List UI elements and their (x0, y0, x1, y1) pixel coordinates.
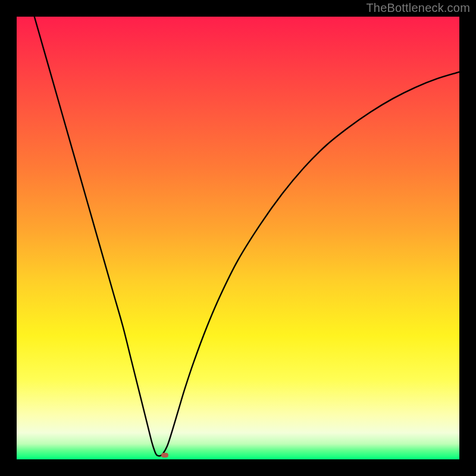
plot-area (17, 17, 459, 459)
bottleneck-curve (17, 17, 459, 459)
attribution-text: TheBottleneck.com (366, 1, 470, 15)
chart-frame: TheBottleneck.com (0, 0, 476, 476)
valley-marker (161, 453, 168, 458)
